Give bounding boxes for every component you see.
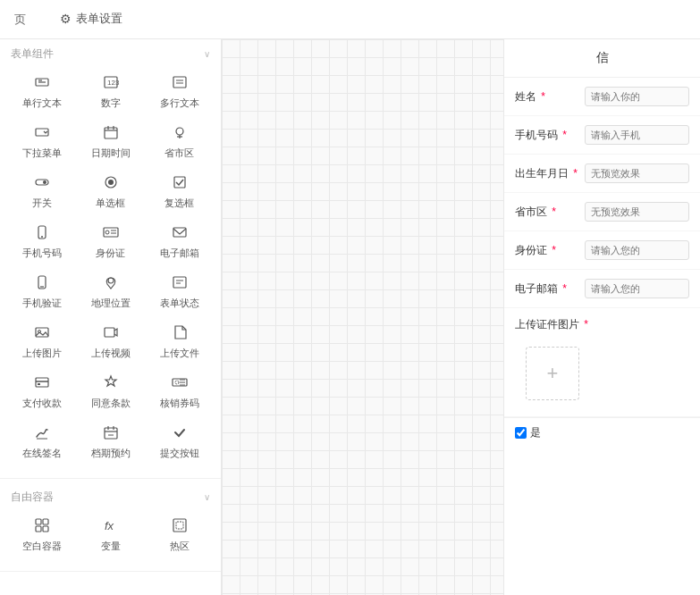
field-label-upload: 上传证件图片 * — [515, 317, 588, 332]
svg-rect-36 — [105, 328, 114, 337]
component-multi-text[interactable]: 多行文本 — [145, 67, 214, 117]
svg-point-19 — [108, 180, 114, 185]
component-id-card[interactable]: 身份证 — [76, 217, 145, 267]
component-location[interactable]: 地理位置 — [76, 267, 145, 317]
component-email[interactable]: 电子邮箱 — [145, 217, 214, 267]
component-upload-file[interactable]: 上传文件 — [145, 317, 214, 367]
svg-rect-5 — [173, 77, 186, 88]
required-mark-phone: * — [560, 129, 567, 141]
switch-icon — [34, 174, 50, 193]
location-label: 地理位置 — [91, 297, 131, 310]
component-variable[interactable]: fx变量 — [76, 510, 145, 560]
field-input-id-card[interactable] — [585, 240, 689, 260]
component-region[interactable]: 省市区 — [145, 117, 214, 167]
hotzone-icon — [172, 517, 188, 536]
number-label: 数字 — [101, 96, 121, 110]
component-upload-video[interactable]: 上传视频 — [76, 317, 145, 367]
component-checkbox[interactable]: 复选框 — [145, 167, 214, 217]
svg-rect-53 — [36, 526, 41, 532]
component-payment[interactable]: 支付收款 — [7, 367, 76, 417]
signature-label: 在线签名 — [22, 447, 62, 460]
component-switch[interactable]: 开关 — [7, 167, 76, 217]
upload-box-upload[interactable]: + — [526, 347, 579, 400]
svg-text:fx: fx — [105, 519, 114, 532]
phone-label: 手机号码 — [22, 247, 62, 260]
region-icon — [172, 124, 188, 143]
section-label-free-container: 自由容器 — [11, 490, 54, 505]
submit-btn-label: 提交按钮 — [160, 447, 199, 460]
component-number[interactable]: 123数字 — [76, 67, 145, 117]
component-booking[interactable]: 档期预约 — [76, 417, 145, 467]
agreement-icon — [103, 374, 119, 393]
component-upload-image[interactable]: 上传图片 — [7, 317, 76, 367]
phone-icon — [34, 224, 50, 243]
component-dropdown[interactable]: 下拉菜单 — [7, 117, 76, 167]
number-icon: 123 — [103, 74, 119, 93]
upload-video-label: 上传视频 — [91, 347, 131, 360]
tab-form-settings[interactable]: ⚙表单设置 — [44, 0, 139, 39]
field-input-phone[interactable] — [585, 125, 689, 145]
collapse-icon-form-components[interactable]: ∨ — [204, 49, 210, 59]
svg-point-13 — [176, 128, 183, 135]
component-hotzone[interactable]: 热区 — [145, 510, 214, 560]
component-grid-free-container: 空白容器fx变量热区 — [0, 510, 221, 567]
svg-rect-57 — [176, 522, 183, 529]
booking-icon — [103, 424, 119, 443]
component-grid-form-components: 单行文本123数字多行文本下拉菜单日期时间省市区开关单选框复选框手机号码身份证电… — [0, 67, 221, 474]
field-input-email[interactable] — [585, 279, 689, 298]
field-row-phone: 手机号码 * — [504, 116, 700, 155]
component-signature[interactable]: 在线签名 — [7, 417, 76, 467]
svg-rect-46 — [105, 428, 117, 439]
field-input-birthday[interactable] — [585, 163, 689, 183]
back-button[interactable]: 页 — [14, 12, 26, 28]
section-label-form-components: 表单组件 — [11, 46, 54, 62]
canvas-area[interactable] — [222, 39, 503, 595]
switch-label: 开关 — [32, 197, 52, 210]
upload-video-icon — [103, 324, 119, 343]
payment-label: 支付收款 — [22, 397, 62, 410]
booking-label: 档期预约 — [91, 447, 131, 460]
component-phone[interactable]: 手机号码 — [7, 217, 76, 267]
component-coupon[interactable]: 核销券码 — [145, 367, 214, 417]
right-panel: 信 姓名 * 手机号码 * 出生年月日 * 省市区 * 身份证 * — [503, 39, 700, 595]
component-radio[interactable]: 单选框 — [76, 167, 145, 217]
field-row-id-card: 身份证 * — [504, 231, 700, 270]
upload-file-icon — [172, 324, 188, 343]
submit-checkbox[interactable] — [515, 427, 527, 439]
datetime-label: 日期时间 — [91, 147, 131, 160]
radio-icon — [103, 174, 119, 193]
field-label-region: 省市区 * — [515, 205, 578, 220]
main-layout: 表单组件∨单行文本123数字多行文本下拉菜单日期时间省市区开关单选框复选框手机号… — [0, 39, 700, 595]
fields-container: 姓名 * 手机号码 * 出生年月日 * 省市区 * 身份证 * — [504, 78, 700, 417]
tab-icon-form-settings: ⚙ — [60, 12, 72, 26]
email-icon — [172, 224, 188, 243]
field-label-phone: 手机号码 * — [515, 128, 578, 143]
component-form-status[interactable]: 表单状态 — [145, 267, 214, 317]
component-agreement[interactable]: 同意条款 — [76, 367, 145, 417]
component-phone-verify[interactable]: 手机验证 — [7, 267, 76, 317]
section-header-free-container: 自由容器∨ — [0, 482, 221, 510]
free-layout-label: 空白容器 — [22, 540, 62, 553]
component-submit-btn[interactable]: 提交按钮 — [145, 417, 214, 467]
checkbox-label: 复选框 — [164, 197, 194, 210]
field-input-region[interactable] — [585, 202, 689, 222]
svg-rect-9 — [105, 128, 117, 138]
required-mark-region: * — [549, 205, 556, 218]
svg-point-24 — [105, 230, 109, 234]
field-row-region: 省市区 * — [504, 193, 700, 231]
collapse-icon-free-container[interactable]: ∨ — [204, 492, 210, 502]
svg-point-22 — [41, 236, 43, 238]
component-free-layout[interactable]: 空白容器 — [7, 510, 76, 560]
svg-rect-52 — [43, 519, 48, 524]
field-row-upload: 上传证件图片 * + — [504, 308, 700, 417]
component-datetime[interactable]: 日期时间 — [76, 117, 145, 167]
variable-label: 变量 — [101, 540, 121, 553]
component-single-text[interactable]: 单行文本 — [7, 67, 76, 117]
svg-rect-54 — [43, 526, 48, 532]
bottom-bar: 是 — [504, 417, 700, 448]
dropdown-icon — [34, 124, 50, 143]
field-input-name[interactable] — [585, 87, 689, 106]
submit-check: 是 — [515, 425, 541, 440]
field-label-name: 姓名 * — [515, 89, 578, 105]
id-card-icon — [103, 224, 119, 243]
